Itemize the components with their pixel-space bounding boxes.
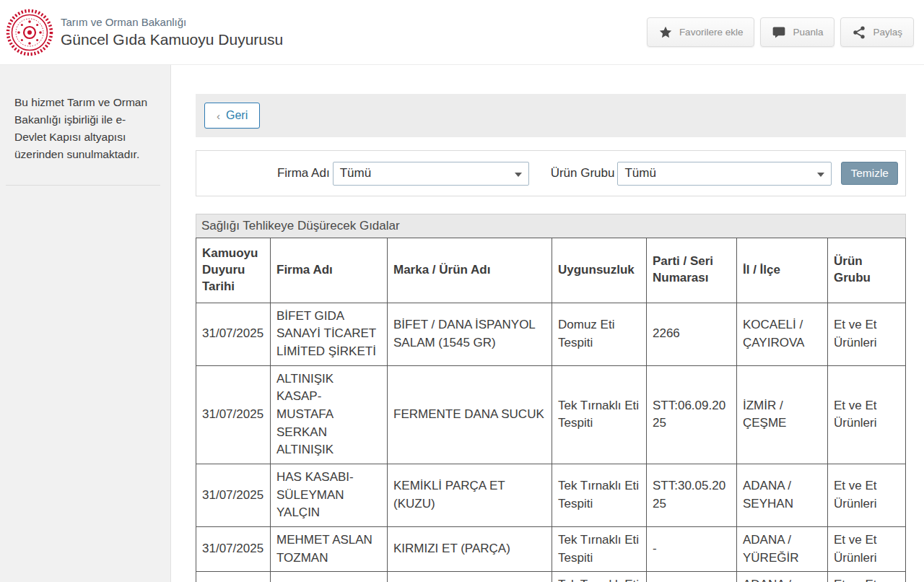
- column-header: Kamuoyu Duyuru Tarihi: [196, 238, 271, 303]
- table-cell: ADANA / SEYHAN: [737, 464, 828, 526]
- table-cell: MEHMET ASLAN TOZMAN: [271, 526, 388, 571]
- header-actions: Favorilere ekle Puanla Paylaş: [647, 17, 914, 47]
- product-group-filter-label: Ürün Grubu: [551, 166, 615, 181]
- chevron-down-icon: [817, 173, 824, 177]
- table-cell: KEMİKLİ PARÇA ET (KUZU): [388, 464, 552, 526]
- table-cell: 31/07/2025: [196, 365, 271, 464]
- column-header: Ürün Grubu: [828, 238, 906, 303]
- filter-panel: Firma Adı Tümü Ürün Grubu Tümü Temizle: [196, 150, 906, 196]
- table-cell: KIRMIZI ET (PARÇA): [388, 526, 552, 571]
- share-icon: [852, 25, 866, 40]
- table-cell: Tek Tırnaklı Eti Tespiti: [552, 365, 647, 464]
- add-to-favorites-label: Favorilere ekle: [679, 27, 744, 38]
- sidebar: Bu hizmet Tarım ve Orman Bakanlığı işbir…: [0, 65, 171, 582]
- table-row: 31/07/2025MEHMET BAYARKIRMIZI ETTek Tırn…: [196, 572, 906, 582]
- share-label: Paylaş: [873, 27, 902, 38]
- table-cell: FERMENTE DANA SUCUK: [388, 365, 552, 464]
- table-cell: 31/07/2025: [196, 464, 271, 526]
- table-row: 31/07/2025HAS KASABI- SÜLEYMAN YALÇINKEM…: [196, 464, 906, 526]
- table-cell: 31/07/2025: [196, 526, 271, 571]
- back-bar: ‹ Geri: [196, 94, 906, 137]
- table-cell: Tek Tırnaklı Eti Tespiti: [552, 572, 647, 582]
- company-filter-label: Firma Adı: [277, 166, 330, 181]
- column-header: Marka / Ürün Adı: [388, 238, 552, 303]
- table-body: 31/07/2025BİFET GIDA SANAYİ TİCARET LİMİ…: [196, 303, 906, 582]
- clear-filters-button[interactable]: Temizle: [841, 162, 898, 185]
- page-title: Güncel Gıda Kamuoyu Duyurusu: [61, 31, 647, 48]
- table-cell: 31/07/2025: [196, 303, 271, 365]
- table-cell: Et ve Et Ürünleri: [828, 365, 906, 464]
- table-cell: Et ve Et Ürünleri: [828, 303, 906, 365]
- add-to-favorites-button[interactable]: Favorilere ekle: [647, 17, 755, 47]
- chevron-down-icon: [515, 173, 522, 177]
- page-body: Bu hizmet Tarım ve Orman Bakanlığı işbir…: [0, 65, 924, 582]
- table-header-row: Kamuoyu Duyuru TarihiFirma AdıMarka / Ür…: [196, 238, 906, 303]
- column-header: Firma Adı: [271, 238, 388, 303]
- table-row: 31/07/2025MEHMET ASLAN TOZMANKIRMIZI ET …: [196, 526, 906, 571]
- table-cell: BİFET / DANA İSPANYOL SALAM (1545 GR): [388, 303, 552, 365]
- table-cell: ADANA / YÜREĞİR: [737, 526, 828, 571]
- table-cell: HAS KASABI- SÜLEYMAN YALÇIN: [271, 464, 388, 526]
- column-header: İl / İlçe: [737, 238, 828, 303]
- table-cell: KIRMIZI ET: [388, 572, 552, 582]
- results-table: Kamuoyu Duyuru TarihiFirma AdıMarka / Ür…: [196, 238, 906, 582]
- table-cell: ALTINIŞIK KASAP- MUSTAFA SERKAN ALTINIŞI…: [271, 365, 388, 464]
- table-cell: ADANA / YÜREĞİR: [737, 572, 828, 582]
- table-cell: BİFET GIDA SANAYİ TİCARET LİMİTED ŞİRKET…: [271, 303, 388, 365]
- table-cell: Et ve Et Ürünleri: [828, 572, 906, 582]
- table-cell: Tek Tırnaklı Eti Tespiti: [552, 526, 647, 571]
- column-header: Uygunsuzluk: [552, 238, 647, 303]
- table-cell: İZMİR / ÇEŞME: [737, 365, 828, 464]
- rate-label: Puanla: [793, 27, 823, 38]
- table-cell: STT:30.05.2025: [647, 464, 737, 526]
- rate-button[interactable]: Puanla: [760, 17, 834, 47]
- results-section: Sağlığı Tehlikeye Düşürecek Gıdalar Kamu…: [196, 214, 906, 582]
- sidebar-divider: [6, 185, 160, 186]
- table-cell: -: [647, 572, 737, 582]
- table-title: Sağlığı Tehlikeye Düşürecek Gıdalar: [196, 214, 906, 238]
- chevron-left-icon: ‹: [217, 110, 220, 121]
- company-select-value: Tümü: [340, 166, 371, 181]
- back-button[interactable]: ‹ Geri: [204, 103, 260, 129]
- table-cell: KOCAELİ / ÇAYIROVA: [737, 303, 828, 365]
- header-titles: Tarım ve Orman Bakanlığı Güncel Gıda Kam…: [61, 16, 647, 48]
- table-cell: 2266: [647, 303, 737, 365]
- service-info-text: Bu hizmet Tarım ve Orman Bakanlığı işbir…: [14, 94, 152, 163]
- ministry-logo-icon: [6, 9, 53, 56]
- comment-icon: [772, 25, 786, 40]
- share-button[interactable]: Paylaş: [840, 17, 914, 47]
- table-cell: MEHMET BAYAR: [271, 572, 388, 582]
- table-cell: Tek Tırnaklı Eti Tespiti: [552, 464, 647, 526]
- table-cell: Et ve Et Ürünleri: [828, 526, 906, 571]
- table-cell: Et ve Et Ürünleri: [828, 464, 906, 526]
- table-cell: Domuz Eti Tespiti: [552, 303, 647, 365]
- product-group-select[interactable]: Tümü: [617, 162, 832, 186]
- main-content: ‹ Geri Firma Adı Tümü Ürün Grubu Tümü Te…: [171, 65, 924, 582]
- ministry-name: Tarım ve Orman Bakanlığı: [61, 16, 647, 28]
- table-cell: -: [647, 526, 737, 571]
- table-row: 31/07/2025ALTINIŞIK KASAP- MUSTAFA SERKA…: [196, 365, 906, 464]
- back-button-label: Geri: [226, 109, 248, 122]
- table-row: 31/07/2025BİFET GIDA SANAYİ TİCARET LİMİ…: [196, 303, 906, 365]
- app-header: Tarım ve Orman Bakanlığı Güncel Gıda Kam…: [0, 0, 924, 65]
- table-cell: 31/07/2025: [196, 572, 271, 582]
- star-icon: [658, 25, 673, 40]
- company-select[interactable]: Tümü: [333, 162, 529, 186]
- column-header: Parti / Seri Numarası: [647, 238, 737, 303]
- table-cell: STT:06.09.2025: [647, 365, 737, 464]
- product-group-select-value: Tümü: [624, 166, 655, 181]
